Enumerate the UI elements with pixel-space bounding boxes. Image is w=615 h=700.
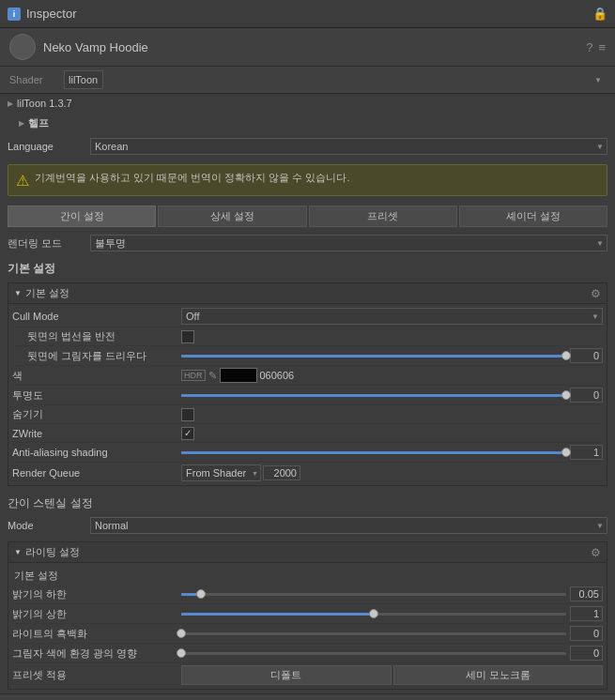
light-monochrome-slider-thumb[interactable]: [177, 629, 186, 638]
vrchat-section-header[interactable]: ▼ VRChat: [0, 693, 615, 700]
lighting-section: ▼ 라이팅 설정 ⚙ 기본 설정 밝기의 하한 0.05: [8, 541, 607, 690]
preset-default-button[interactable]: 디폴트: [181, 665, 392, 685]
brightness-max-slider-thumb[interactable]: [369, 609, 378, 618]
preset-semi-mono-button[interactable]: 세미 모노크롬: [393, 665, 604, 685]
opacity-slider-track[interactable]: [181, 394, 566, 397]
cull-mode-dropdown-wrapper[interactable]: Off: [181, 308, 603, 325]
version-label: lilToon 1.3.7: [17, 98, 72, 109]
antialiasing-value: 1: [181, 445, 603, 460]
brightness-min-label: 밝기의 하한: [12, 587, 181, 601]
warning-box: ⚠ 기계번역을 사용하고 있기 때문에 번역이 정확하지 않을 수 있습니다.: [8, 164, 607, 196]
render-queue-label: Render Queue: [12, 467, 181, 479]
back-shadow-slider-fill: [181, 355, 566, 358]
language-dropdown-wrapper[interactable]: Korean: [90, 138, 607, 155]
opacity-slider-value: 0: [570, 388, 603, 403]
rendering-mode-dropdown-wrapper[interactable]: 불투명: [90, 235, 607, 251]
lighting-section-label: 라이팅 설정: [25, 545, 80, 559]
antialiasing-slider-thumb[interactable]: [561, 448, 571, 457]
basic-settings-triangle: ▼: [14, 289, 22, 297]
cull-mode-label: Cull Mode: [12, 311, 181, 322]
color-swatch: HDR ✎ 060606: [181, 368, 294, 383]
shadow-env-light-value: 0: [181, 646, 603, 661]
lighting-gear-icon[interactable]: ⚙: [591, 546, 601, 559]
render-queue-number: 2000: [263, 465, 300, 480]
stencil-mode-dropdown-wrapper[interactable]: Normal: [90, 517, 607, 534]
opacity-slider-thumb[interactable]: [561, 390, 571, 400]
shader-label: Shader: [9, 74, 56, 85]
lock-icon[interactable]: 🔒: [592, 7, 607, 21]
back-shadow-value: 0: [181, 348, 603, 363]
tab-brief-settings[interactable]: 간이 설정: [8, 205, 156, 227]
cull-mode-dropdown[interactable]: Off: [181, 308, 603, 325]
shader-dropdown-wrapper[interactable]: lilToon: [64, 70, 606, 89]
help-icon[interactable]: ?: [586, 40, 592, 54]
help-triangle: ▶: [19, 119, 24, 128]
warning-icon: ⚠: [16, 172, 29, 190]
rendering-mode-label: 렌더링 모드: [8, 236, 83, 251]
light-monochrome-value: 0: [181, 626, 603, 641]
antialiasing-row: Anti-aliasing shading 1: [12, 443, 603, 463]
shader-dropdown[interactable]: lilToon: [64, 70, 103, 89]
brightness-min-slider-track[interactable]: [181, 593, 566, 596]
brightness-min-slider-thumb[interactable]: [196, 589, 206, 599]
light-monochrome-label: 라이트의 흑백화: [12, 627, 181, 641]
object-row: Neko Vamp Hoodie ? ≡: [0, 28, 615, 67]
liltoon-version-row[interactable]: ▶ lilToon 1.3.7: [0, 94, 615, 113]
language-dropdown[interactable]: Korean: [90, 138, 607, 155]
brightness-max-slider-fill: [181, 613, 374, 616]
back-shadow-slider-thumb[interactable]: [561, 351, 571, 360]
opacity-slider-fill: [181, 394, 566, 397]
zwrite-checkbox[interactable]: [181, 427, 194, 440]
shadow-env-light-slider-value: 0: [570, 646, 603, 661]
warning-text: 기계번역을 사용하고 있기 때문에 번역이 정확하지 않을 수 있습니다.: [35, 171, 350, 185]
language-row: Language Korean: [0, 134, 615, 159]
back-shadow-slider-value: 0: [570, 348, 603, 363]
hide-checkbox[interactable]: [181, 408, 194, 421]
shader-row: Shader lilToon: [0, 67, 615, 94]
tab-detailed-settings[interactable]: 상세 설정: [158, 205, 306, 227]
help-section-row[interactable]: ▶ 헬프: [0, 113, 615, 134]
brightness-min-slider-value: 0.05: [570, 586, 603, 601]
brightness-min-value: 0.05: [181, 586, 603, 601]
opacity-row: 투명도 0: [12, 386, 603, 405]
rendering-mode-dropdown[interactable]: 불투명: [90, 235, 607, 251]
lighting-basic-title: 기본 설정: [12, 565, 603, 585]
color-hex: 060606: [260, 370, 295, 381]
back-normal-flip-label: 뒷면의 법선을 반전: [12, 329, 181, 343]
antialiasing-slider-row: 1: [181, 445, 603, 460]
color-row: 색 HDR ✎ 060606: [12, 366, 603, 386]
tab-shader-settings[interactable]: 셰이더 설정: [459, 205, 607, 227]
tab-row: 간이 설정 상세 설정 프리셋 셰이더 설정: [0, 202, 615, 231]
from-shader-wrapper[interactable]: From Shader: [181, 464, 261, 481]
light-monochrome-slider-track[interactable]: [181, 632, 566, 635]
lighting-section-header[interactable]: ▼ 라이팅 설정 ⚙: [8, 542, 607, 563]
back-normal-flip-checkbox[interactable]: [181, 330, 194, 343]
antialiasing-slider-fill: [181, 451, 566, 454]
lighting-body: 기본 설정 밝기의 하한 0.05 밝기의 상한: [8, 563, 607, 689]
back-shadow-slider-track[interactable]: [181, 355, 566, 358]
brightness-max-value: 1: [181, 606, 603, 621]
shadow-env-light-slider-thumb[interactable]: [177, 648, 186, 658]
object-row-actions: ? ≡: [586, 40, 606, 54]
render-queue-row: Render Queue From Shader 2000: [12, 463, 603, 483]
antialiasing-slider-track[interactable]: [181, 451, 566, 454]
shadow-env-light-slider-track[interactable]: [181, 652, 566, 655]
stencil-mode-dropdown[interactable]: Normal: [90, 517, 607, 534]
stencil-section-title: 간이 스텐실 설정: [0, 490, 615, 513]
color-box[interactable]: [220, 368, 257, 383]
color-picker-icon[interactable]: ✎: [208, 370, 217, 382]
basic-settings-header[interactable]: ▼ 기본 설정 ⚙: [8, 283, 607, 304]
color-value: HDR ✎ 060606: [181, 368, 603, 383]
brightness-max-row: 밝기의 상한 1: [12, 604, 603, 624]
brightness-min-row: 밝기의 하한 0.05: [12, 585, 603, 604]
inspector-content: ▶ lilToon 1.3.7 ▶ 헬프 Language Korean ⚠ 기…: [0, 94, 615, 700]
settings-icon[interactable]: ≡: [598, 40, 606, 54]
stencil-mode-label: Mode: [8, 520, 83, 531]
tab-preset[interactable]: 프리셋: [309, 205, 457, 227]
opacity-slider-row: 0: [181, 388, 603, 403]
hide-label: 숨기기: [12, 407, 181, 421]
brightness-max-slider-track[interactable]: [181, 613, 566, 616]
basic-settings-gear-icon[interactable]: ⚙: [591, 287, 601, 300]
from-shader-dropdown[interactable]: From Shader: [181, 464, 261, 481]
brightness-max-label: 밝기의 상한: [12, 607, 181, 621]
